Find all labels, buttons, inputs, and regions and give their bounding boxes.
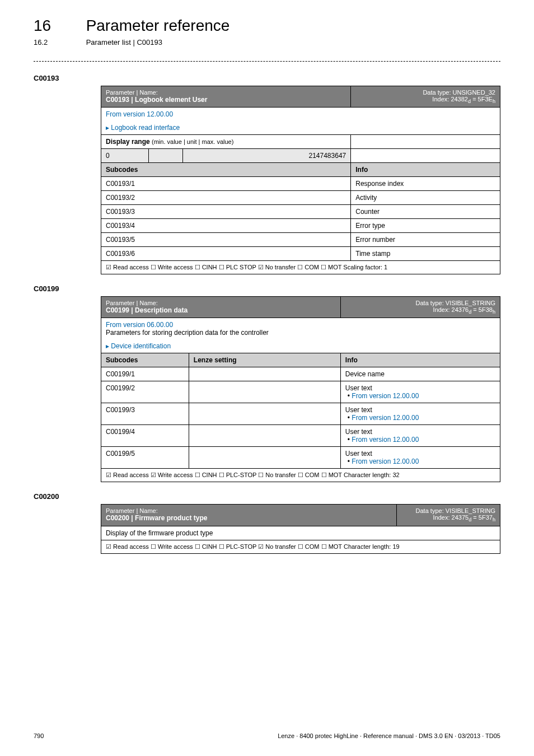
subcode: C00193/6	[101, 247, 351, 261]
range-max: 2147483647	[182, 149, 350, 163]
param-heading-c00193: C00193	[34, 74, 500, 82]
access-flags: ☑ Read access ☐ Write access ☐ CINH ☐ PL…	[101, 540, 500, 553]
section-number: 16.2	[34, 38, 84, 46]
subcode: C00199/5	[101, 447, 189, 469]
from-version-link[interactable]: From version 06.00.00	[106, 321, 173, 329]
param-name-label: Parameter | Name:	[106, 300, 158, 306]
param-datatype: Data type: VISIBLE_STRING	[416, 507, 495, 514]
param-description: Parameters for storing decription data f…	[106, 329, 269, 337]
table-row: C00193/5Error number	[101, 233, 500, 247]
subcode: C00193/4	[101, 219, 351, 233]
from-version-link[interactable]: From version 12.00.00	[352, 414, 419, 422]
section-title: Parameter list | C00193	[86, 38, 162, 46]
table-row: C00199/2 User text• From version 12.00.0…	[101, 381, 500, 403]
info-header: Info	[340, 353, 500, 367]
subcode-info: User text	[345, 428, 372, 436]
table-row: C00199/1 Device name	[101, 367, 500, 381]
subcode-info: Response index	[351, 177, 500, 191]
subcode: C00199/2	[101, 381, 189, 403]
index-eq: = 5F37	[471, 514, 493, 521]
from-version-link[interactable]: From version 12.00.00	[352, 392, 419, 400]
param-index: Index: 24376	[433, 306, 469, 313]
index-sub-h: h	[493, 309, 495, 315]
range-unit	[148, 149, 182, 163]
subcode-info: Time stamp	[351, 247, 500, 261]
subcode-info: Device name	[345, 370, 385, 378]
subcode: C00199/3	[101, 403, 189, 425]
from-version-link[interactable]: From version 12.00.00	[106, 110, 173, 118]
subcode: C00193/1	[101, 177, 351, 191]
page-number: 790	[34, 732, 44, 739]
param-datatype: Data type: UNSIGNED_32	[423, 89, 495, 96]
chapter-number: 16	[34, 17, 84, 35]
param-table-c00199: Parameter | Name: C00199 | Description d…	[101, 296, 500, 482]
range-min: 0	[101, 149, 149, 163]
param-index: Index: 24375	[433, 514, 469, 521]
param-heading-c00199: C00199	[34, 284, 500, 293]
subcode-info: User text	[345, 406, 372, 414]
subcode: C00199/4	[101, 425, 189, 447]
subcode-info: User text	[345, 450, 372, 458]
device-id-link[interactable]: Device identification	[106, 342, 171, 350]
subcodes-header: Subcodes	[101, 163, 351, 177]
chapter-title: Parameter reference	[86, 17, 230, 35]
param-table-c00200: Parameter | Name: C00200 | Firmware prod…	[101, 504, 500, 553]
subcode-info: Activity	[351, 191, 500, 205]
table-row: C00199/3 User text• From version 12.00.0…	[101, 403, 500, 425]
display-range-sub: (min. value | unit | max. value)	[152, 138, 233, 145]
param-index: Index: 24382	[432, 96, 468, 102]
subcodes-header: Subcodes	[101, 353, 189, 367]
param-heading-c00200: C00200	[34, 492, 500, 501]
lenze-setting-header: Lenze setting	[189, 353, 340, 367]
subcode-info: User text	[345, 384, 372, 392]
param-name-label: Parameter | Name:	[106, 89, 158, 96]
index-sub-h: h	[493, 517, 495, 523]
index-eq: = 5F3E	[471, 96, 493, 102]
param-code-name: C00193 | Logbook element User	[106, 96, 207, 104]
logbook-link[interactable]: Logbook read interface	[106, 124, 180, 132]
index-eq: = 5F38	[471, 306, 493, 313]
table-row: C00193/2Activity	[101, 191, 500, 205]
subcode-info: Counter	[351, 205, 500, 219]
param-code-name: C00199 | Description data	[106, 306, 188, 314]
display-range-label: Display range	[106, 138, 152, 146]
param-table-c00193: Parameter | Name: C00193 | Logbook eleme…	[101, 86, 500, 274]
subcode: C00199/1	[101, 367, 189, 381]
table-row: C00199/5 User text• From version 12.00.0…	[101, 447, 500, 469]
param-code-name: C00200 | Firmware product type	[106, 514, 207, 522]
from-version-link[interactable]: From version 12.00.00	[352, 436, 419, 444]
table-row: C00193/6Time stamp	[101, 247, 500, 261]
subcode: C00193/5	[101, 233, 351, 247]
subcode: C00193/3	[101, 205, 351, 219]
doc-reference: Lenze · 8400 protec HighLine · Reference…	[278, 732, 500, 739]
param-datatype: Data type: VISIBLE_STRING	[416, 300, 495, 306]
param-description: Display of the firmware product type	[101, 526, 500, 540]
param-name-label: Parameter | Name:	[106, 507, 158, 514]
table-row: C00199/4 User text• From version 12.00.0…	[101, 425, 500, 447]
access-flags: ☑ Read access ☐ Write access ☐ CINH ☐ PL…	[101, 261, 500, 274]
subcode-info: Error number	[351, 233, 500, 247]
table-row: C00193/1Response index	[101, 177, 500, 191]
subcode-info: Error type	[351, 219, 500, 233]
page-footer: 790 Lenze · 8400 protec HighLine · Refer…	[34, 732, 500, 739]
divider	[34, 61, 500, 62]
table-row: C00193/4Error type	[101, 219, 500, 233]
subcode: C00193/2	[101, 191, 351, 205]
from-version-link[interactable]: From version 12.00.00	[352, 458, 419, 465]
info-header: Info	[351, 163, 500, 177]
access-flags: ☑ Read access ☑ Write access ☐ CINH ☐ PL…	[101, 469, 500, 482]
index-sub-h: h	[493, 99, 495, 104]
table-row: C00193/3Counter	[101, 205, 500, 219]
